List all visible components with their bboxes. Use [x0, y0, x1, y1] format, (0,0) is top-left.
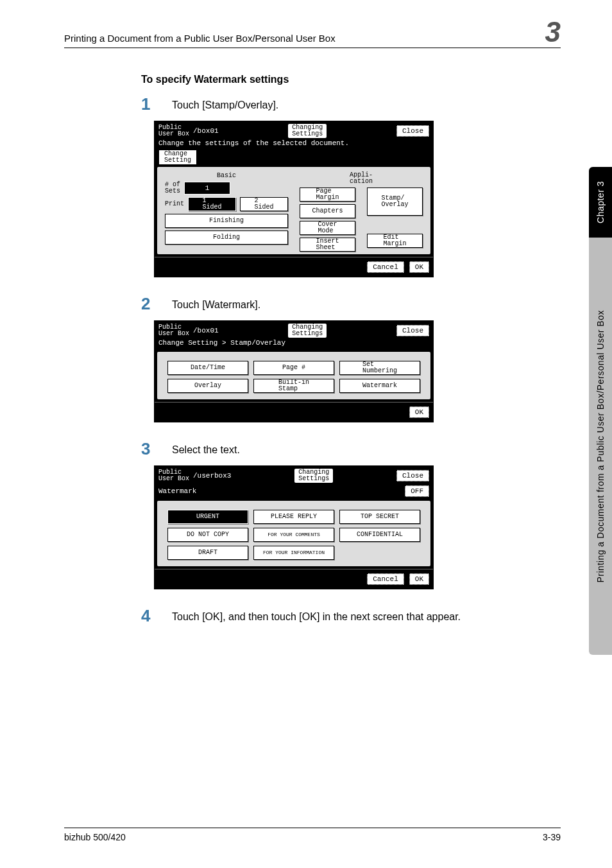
side-tab-title: Printing a Document from a Public User B…: [595, 310, 606, 583]
close-button[interactable]: Close: [396, 325, 429, 336]
chapters-button[interactable]: Chapters: [300, 204, 355, 218]
date-time-button[interactable]: Date/Time: [167, 361, 248, 375]
folding-button[interactable]: Folding: [165, 230, 288, 245]
step-1: 1 Touch [Stamp/Overlay].: [141, 94, 561, 114]
builtin-stamp-button[interactable]: Built-in Stamp: [253, 379, 334, 393]
page-margin-button[interactable]: Page Margin: [300, 187, 355, 202]
step-2: 2 Touch [Watermark].: [141, 294, 561, 314]
box-path: /box01: [193, 127, 219, 135]
sets-value[interactable]: 1: [184, 182, 230, 195]
ok-button[interactable]: OK: [409, 406, 429, 418]
step-number: 2: [141, 294, 172, 314]
watermark-button[interactable]: Watermark: [339, 379, 420, 393]
step-text: Select the text.: [172, 439, 240, 459]
column-basic: Basic: [161, 171, 292, 180]
side-tab-chapter: Chapter 3: [595, 181, 606, 223]
step-number: 1: [141, 94, 172, 114]
cancel-button[interactable]: Cancel: [367, 573, 404, 585]
set-numbering-button[interactable]: Set Numbering: [339, 361, 420, 375]
tab-change-setting[interactable]: Change Setting: [158, 150, 197, 165]
footer-model: bizhub 500/420: [64, 832, 126, 842]
watermark-option-draft[interactable]: DRAFT: [167, 546, 248, 560]
footer-page-number: 3-39: [543, 832, 561, 842]
sets-label: # of Sets: [165, 182, 180, 195]
stamp-overlay-button[interactable]: Stamp/ Overlay: [367, 187, 423, 216]
step-4: 4 Touch [OK], and then touch [OK] in the…: [141, 606, 561, 626]
cover-mode-button[interactable]: Cover Mode: [300, 221, 355, 235]
print-label: Print: [165, 200, 184, 207]
ok-button[interactable]: OK: [409, 261, 429, 273]
watermark-option-confidential[interactable]: CONFIDENTIAL: [339, 528, 420, 542]
step-number: 4: [141, 606, 172, 626]
instruction-text: Change the settings of the selected docu…: [155, 139, 433, 150]
box-path: /box01: [193, 327, 219, 334]
watermark-option-top-secret[interactable]: TOP SECRET: [339, 510, 420, 524]
step-text: Touch [Stamp/Overlay].: [172, 94, 278, 114]
watermark-option-for-your-information[interactable]: FOR YOUR INFORMATION: [253, 546, 334, 560]
edit-margin-button[interactable]: Edit Margin: [367, 234, 423, 248]
two-sided-button[interactable]: 2 Sided: [240, 197, 288, 211]
watermark-title: Watermark: [158, 487, 196, 495]
screenshot-stamp-overlay: Public User Box /box01 Changing Settings…: [154, 320, 434, 422]
off-button[interactable]: OFF: [405, 485, 429, 497]
overlay-button[interactable]: Overlay: [167, 379, 248, 393]
ok-button[interactable]: OK: [409, 573, 429, 585]
cancel-button[interactable]: Cancel: [367, 261, 404, 273]
mode-tag: Changing Settings: [288, 324, 327, 338]
close-button[interactable]: Close: [396, 470, 429, 482]
step-3: 3 Select the text.: [141, 439, 561, 459]
watermark-option-do-not-copy[interactable]: DO NOT COPY: [167, 528, 248, 542]
box-label: Public User Box: [158, 469, 189, 482]
box-path: /userbox3: [193, 472, 231, 480]
breadcrumb: Change Setting > Stamp/Overlay: [155, 339, 433, 349]
step-number: 3: [141, 439, 172, 459]
chapter-number-glyph: 3: [545, 19, 561, 45]
page-footer: bizhub 500/420 3-39: [64, 828, 561, 842]
insert-sheet-button[interactable]: Insert Sheet: [300, 238, 355, 252]
one-sided-button[interactable]: 1 Sided: [188, 197, 236, 211]
step-text: Touch [OK], and then touch [OK] in the n…: [172, 606, 461, 626]
mode-tag: Changing Settings: [288, 124, 327, 138]
side-tab: Chapter 3 Printing a Document from a Pub…: [589, 167, 612, 655]
box-label: Public User Box: [158, 324, 189, 337]
watermark-option-please-reply[interactable]: PLEASE REPLY: [253, 510, 334, 524]
page-number-button[interactable]: Page #: [253, 361, 334, 375]
screenshot-watermark: Public User Box /userbox3 Changing Setti…: [154, 465, 434, 589]
watermark-option-urgent[interactable]: URGENT: [167, 510, 248, 524]
column-application: Appli- cation: [296, 171, 427, 186]
running-title: Printing a Document from a Public User B…: [64, 33, 336, 44]
section-title: To specify Watermark settings: [141, 74, 561, 85]
close-button[interactable]: Close: [396, 125, 429, 137]
step-text: Touch [Watermark].: [172, 294, 260, 314]
watermark-option-for-your-comments[interactable]: FOR YOUR COMMENTS: [253, 528, 334, 542]
screenshot-change-setting: Public User Box /box01 Changing Settings…: [154, 121, 434, 277]
box-label: Public User Box: [158, 125, 189, 137]
mode-tag: Changing Settings: [294, 469, 333, 483]
finishing-button[interactable]: Finishing: [165, 214, 288, 228]
